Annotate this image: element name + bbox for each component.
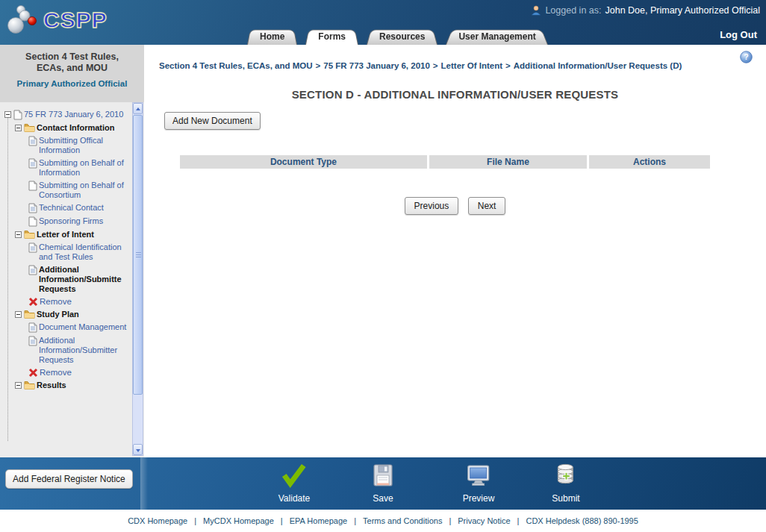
tab-home[interactable]: Home bbox=[247, 28, 297, 45]
logged-in-user: John Doe, Primary Authorized Official bbox=[605, 5, 760, 16]
footer-link-privacy-notice[interactable]: Privacy Notice bbox=[458, 516, 510, 525]
footer-separator: | bbox=[194, 516, 196, 525]
submit-label: Submit bbox=[552, 493, 579, 504]
scrollbar-up-arrow[interactable] bbox=[133, 103, 143, 114]
validate-button[interactable]: Validate bbox=[278, 463, 310, 504]
column-header-actions: Actions bbox=[589, 155, 710, 169]
document-icon bbox=[13, 110, 22, 120]
remove-icon[interactable] bbox=[28, 297, 38, 307]
logged-in-status: Logged in as: John Doe, Primary Authoriz… bbox=[531, 5, 760, 16]
next-button[interactable]: Next bbox=[468, 197, 506, 215]
tree-row: Sponsoring Firms bbox=[4, 216, 131, 227]
document-lines-icon bbox=[28, 336, 37, 346]
validate-label: Validate bbox=[278, 493, 310, 504]
collapse-expander-icon[interactable] bbox=[15, 311, 22, 318]
tab-resources[interactable]: Resources bbox=[367, 28, 438, 45]
document-icon bbox=[28, 181, 37, 191]
tree-item-document-management[interactable]: Document Management bbox=[39, 322, 126, 332]
folder-icon bbox=[24, 381, 35, 389]
breadcrumb-additional-information[interactable]: Additional Information/User Requests (D) bbox=[514, 61, 682, 70]
document-lines-icon bbox=[28, 158, 37, 169]
app-header: CSPP Logged in as: John Doe, Primary Aut… bbox=[0, 0, 766, 45]
footer-link-cdx-helpdesk[interactable]: CDX Helpdesk (888) 890-1995 bbox=[526, 516, 638, 525]
svg-text:?: ? bbox=[744, 53, 748, 61]
breadcrumb-separator: > bbox=[505, 61, 511, 70]
tab-user-management[interactable]: User Management bbox=[446, 28, 548, 45]
breadcrumb-section-4[interactable]: Section 4 Test Rules, ECAs, and MOU bbox=[159, 61, 313, 70]
collapse-expander-icon[interactable] bbox=[15, 125, 22, 131]
cspp-logo: CSPP bbox=[6, 4, 108, 37]
tree-item-submitting-offical-information[interactable]: Submitting Offical Information bbox=[39, 136, 131, 155]
cspp-application-window: CSPP Logged in as: John Doe, Primary Aut… bbox=[0, 0, 766, 532]
main-content: Section 4 Test Rules, ECAs, and MOU>75 F… bbox=[144, 45, 766, 457]
tree-item-additional-information-submitter-requests-current[interactable]: Additional Information/Submitte Requests bbox=[39, 265, 131, 294]
tree-item-submitting-on-behalf-of-information[interactable]: Submitting on Behalf of Information bbox=[39, 158, 131, 178]
tree-item-additional-information-submitter-requests-study-plan[interactable]: Additional Information/Submitter Request… bbox=[39, 336, 131, 365]
footer-separator: | bbox=[281, 516, 283, 525]
scrollbar-thumb[interactable] bbox=[133, 115, 143, 395]
tree-item-75-fr-773[interactable]: 75 FR 773 January 6, 2010 bbox=[24, 110, 123, 119]
footer-separator: | bbox=[449, 516, 451, 525]
tree-row: Submitting Offical Information bbox=[4, 136, 131, 155]
breadcrumb-letter-of-intent[interactable]: Letter Of Intent bbox=[441, 61, 502, 70]
tree-item-contact-information[interactable]: Contact Information bbox=[37, 123, 115, 133]
logged-in-label: Logged in as: bbox=[545, 5, 601, 16]
molecule-icon bbox=[6, 4, 40, 37]
tree-item-chemical-identification-and-test-rules[interactable]: Chemical Identification and Test Rules bbox=[39, 242, 131, 262]
tree-item-study-plan[interactable]: Study Plan bbox=[37, 310, 79, 319]
tree-item-results[interactable]: Results bbox=[37, 381, 66, 390]
tree-item-remove-study-plan[interactable]: Remove bbox=[40, 368, 72, 378]
tree-row: Letter of Intent bbox=[4, 230, 131, 240]
breadcrumb-separator: > bbox=[316, 61, 321, 70]
breadcrumb: Section 4 Test Rules, ECAs, and MOU>75 F… bbox=[159, 60, 733, 71]
tree-row: Contact Information bbox=[4, 123, 131, 133]
primary-nav-tabs: Home Forms Resources User Management bbox=[247, 28, 549, 45]
breadcrumb-separator: > bbox=[433, 61, 438, 70]
preview-button[interactable]: Preview bbox=[463, 463, 495, 504]
footer-link-terms-and-conditions[interactable]: Terms and Conditions bbox=[363, 516, 442, 525]
collapse-expander-icon[interactable] bbox=[4, 111, 11, 118]
previous-button[interactable]: Previous bbox=[405, 197, 459, 215]
tree-row: Chemical Identification and Test Rules bbox=[4, 242, 131, 262]
tree-item-remove-letter-of-intent[interactable]: Remove bbox=[40, 297, 72, 307]
tree-item-submitting-on-behalf-of-consortium[interactable]: Submitting on Behalf of Consortium bbox=[39, 181, 131, 200]
sidebar-scrollbar[interactable] bbox=[132, 102, 143, 456]
collapse-expander-icon[interactable] bbox=[15, 382, 22, 389]
tree-row: Study Plan bbox=[4, 310, 131, 319]
remove-icon[interactable] bbox=[28, 368, 38, 378]
scrollbar-down-arrow[interactable] bbox=[133, 444, 143, 455]
folder-icon bbox=[24, 123, 35, 132]
logout-link[interactable]: Log Out bbox=[720, 29, 757, 40]
footer-link-mycdx-homepage[interactable]: MyCDX Homepage bbox=[203, 516, 274, 525]
page-title: SECTION D - ADDITIONAL INFORMATION/USER … bbox=[144, 88, 766, 101]
collapse-expander-icon[interactable] bbox=[15, 231, 22, 238]
breadcrumb-75-fr-773[interactable]: 75 FR 773 January 6, 2010 bbox=[323, 61, 430, 70]
logo-text: CSPP bbox=[43, 7, 108, 33]
footer-separator: | bbox=[517, 516, 520, 525]
tree-row: Results bbox=[4, 381, 131, 390]
save-button[interactable]: Save bbox=[373, 463, 393, 504]
tree-item-letter-of-intent[interactable]: Letter of Intent bbox=[37, 230, 94, 240]
tree-item-technical-contact[interactable]: Technical Contact bbox=[39, 203, 104, 213]
monitor-icon bbox=[466, 463, 491, 488]
navigation-sidebar: Section 4 Test Rules, ECAs, and MOU Prim… bbox=[0, 45, 144, 457]
preview-label: Preview bbox=[463, 493, 495, 504]
submit-button[interactable]: Submit bbox=[552, 463, 579, 504]
database-add-icon bbox=[553, 463, 579, 488]
tree-row: Document Management bbox=[4, 322, 131, 333]
footer-link-cdx-homepage[interactable]: CDX Homepage bbox=[128, 516, 187, 525]
tab-forms[interactable]: Forms bbox=[305, 28, 358, 45]
add-new-document-button[interactable]: Add New Document bbox=[164, 112, 261, 130]
add-federal-register-notice-button[interactable]: Add Federal Register Notice bbox=[5, 469, 133, 489]
tree-row: Remove bbox=[4, 368, 131, 378]
footer-link-epa-homepage[interactable]: EPA Homepage bbox=[290, 516, 347, 525]
tree-item-sponsoring-firms[interactable]: Sponsoring Firms bbox=[39, 216, 103, 226]
help-icon[interactable]: ? bbox=[740, 51, 753, 66]
tree-row: Additional Information/Submitte Requests bbox=[4, 265, 131, 294]
tab-home-label: Home bbox=[260, 31, 284, 42]
sidebar-role-label: Primary Authorized Official bbox=[0, 79, 144, 88]
tree-row: Technical Contact bbox=[4, 203, 131, 213]
folder-icon bbox=[24, 310, 35, 319]
tab-forms-label: Forms bbox=[318, 31, 346, 42]
column-header-document-type: Document Type bbox=[180, 155, 427, 169]
